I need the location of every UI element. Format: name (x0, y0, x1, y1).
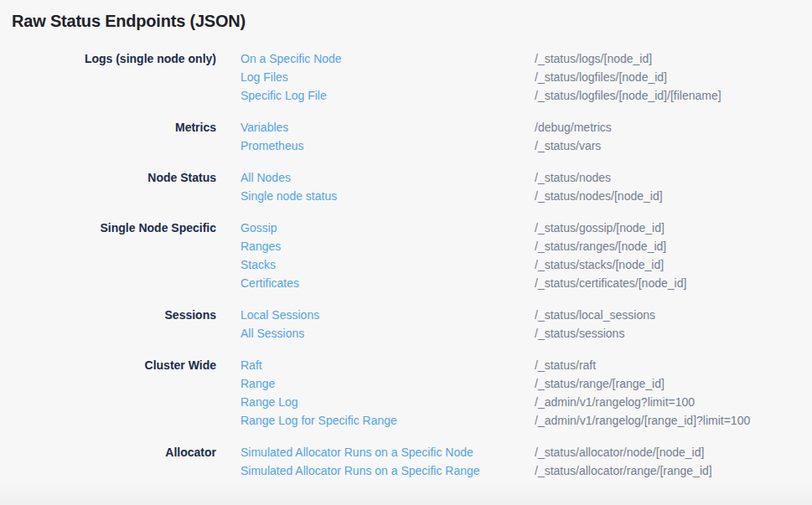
endpoint-group: Metrics VariablesPrometheus /debug/metri… (0, 118, 812, 155)
endpoint-link[interactable]: Range Log (240, 393, 535, 411)
endpoint-link[interactable]: Single node status (240, 187, 535, 205)
endpoint-link[interactable]: Range (240, 374, 535, 393)
paths-column: /_status/allocator/node/[node_id]/_statu… (535, 443, 812, 480)
links-column: All NodesSingle node status (240, 168, 535, 205)
endpoint-link[interactable]: Local Sessions (240, 306, 535, 324)
paths-column: /_status/local_sessions/_status/sessions (535, 306, 812, 343)
endpoint-link[interactable]: Variables (240, 118, 535, 137)
links-column: GossipRangesStacksCertificates (240, 219, 535, 292)
page-title: Raw Status Endpoints (JSON) (0, 0, 812, 32)
endpoint-path: /_status/logfiles/[node_id]/[filename] (535, 86, 812, 105)
paths-column: /_status/raft/_status/range/[range_id]/_… (535, 356, 812, 430)
endpoint-path: /_admin/v1/rangelog/[range_id]?limit=100 (535, 411, 812, 430)
links-column: RaftRangeRange LogRange Log for Specific… (240, 356, 535, 430)
category-label: Node Status (0, 168, 216, 187)
endpoint-path: /_status/logfiles/[node_id] (535, 68, 812, 86)
endpoint-path: /debug/metrics (535, 118, 812, 137)
endpoint-link[interactable]: Gossip (240, 219, 535, 237)
endpoint-path: /_status/nodes/[node_id] (535, 187, 812, 205)
paths-column: /_status/nodes/_status/nodes/[node_id] (535, 168, 812, 205)
endpoint-path: /_status/range/[range_id] (535, 374, 812, 393)
endpoint-path: /_status/ranges/[node_id] (535, 237, 812, 255)
endpoint-link[interactable]: Certificates (240, 274, 535, 292)
endpoint-link[interactable]: All Nodes (240, 168, 535, 187)
category-label: Cluster Wide (0, 356, 216, 374)
endpoint-group: Allocator Simulated Allocator Runs on a … (0, 443, 812, 480)
endpoint-link[interactable]: All Sessions (240, 324, 535, 343)
category-label: Single Node Specific (0, 219, 216, 237)
endpoint-link[interactable]: Prometheus (240, 137, 535, 155)
endpoint-path: /_status/allocator/node/[node_id] (535, 443, 812, 461)
endpoint-link[interactable]: Range Log for Specific Range (240, 411, 535, 430)
endpoint-link[interactable]: Stacks (240, 255, 535, 274)
paths-column: /_status/gossip/[node_id]/_status/ranges… (535, 219, 812, 292)
endpoint-path: /_status/vars (535, 137, 812, 155)
endpoint-path: /_status/nodes (535, 168, 812, 187)
endpoint-list: Logs (single node only) On a Specific No… (0, 49, 812, 480)
paths-column: /debug/metrics/_status/vars (535, 118, 812, 155)
endpoint-link[interactable]: Log Files (240, 68, 535, 86)
links-column: On a Specific NodeLog FilesSpecific Log … (240, 49, 535, 105)
paths-column: /_status/logs/[node_id]/_status/logfiles… (535, 49, 812, 105)
endpoint-path: /_status/sessions (535, 324, 812, 343)
endpoint-path: /_status/stacks/[node_id] (535, 255, 812, 274)
endpoint-path: /_admin/v1/rangelog?limit=100 (535, 393, 812, 411)
footer-band (0, 482, 812, 505)
endpoint-link[interactable]: Simulated Allocator Runs on a Specific R… (240, 461, 535, 480)
endpoint-link[interactable]: Simulated Allocator Runs on a Specific N… (240, 443, 535, 461)
category-label: Allocator (0, 443, 216, 461)
links-column: VariablesPrometheus (240, 118, 535, 155)
endpoint-group: Logs (single node only) On a Specific No… (0, 49, 812, 105)
endpoint-link[interactable]: Raft (240, 356, 535, 374)
endpoint-link[interactable]: On a Specific Node (240, 49, 535, 68)
endpoint-group: Cluster Wide RaftRangeRange LogRange Log… (0, 356, 812, 430)
endpoint-path: /_status/allocator/range/[range_id] (535, 461, 812, 480)
endpoint-group: Sessions Local SessionsAll Sessions /_st… (0, 306, 812, 343)
endpoint-path: /_status/gossip/[node_id] (535, 219, 812, 237)
endpoint-path: /_status/logs/[node_id] (535, 49, 812, 68)
links-column: Simulated Allocator Runs on a Specific N… (240, 443, 535, 480)
endpoint-path: /_status/local_sessions (535, 306, 812, 324)
endpoint-path: /_status/raft (535, 356, 812, 374)
endpoint-link[interactable]: Specific Log File (240, 86, 535, 105)
links-column: Local SessionsAll Sessions (240, 306, 535, 343)
category-label: Metrics (0, 118, 216, 137)
category-label: Sessions (0, 306, 216, 324)
endpoint-path: /_status/certificates/[node_id] (535, 274, 812, 292)
endpoint-group: Single Node Specific GossipRangesStacksC… (0, 219, 812, 292)
endpoint-link[interactable]: Ranges (240, 237, 535, 255)
endpoint-group: Node Status All NodesSingle node status … (0, 168, 812, 205)
category-label: Logs (single node only) (0, 49, 216, 68)
